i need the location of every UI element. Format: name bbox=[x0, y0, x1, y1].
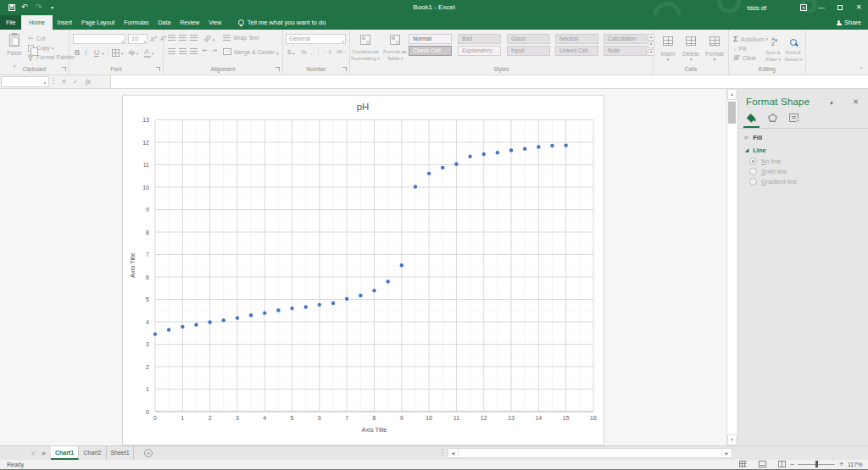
tab-page-layout[interactable]: Page Layout bbox=[76, 15, 119, 30]
scroll-left-button[interactable]: ◀ bbox=[448, 449, 459, 457]
size-properties-icon[interactable] bbox=[789, 113, 798, 122]
merge-center-button[interactable]: Merge & Center bbox=[234, 49, 275, 55]
font-size-combo[interactable]: 10▾ bbox=[128, 34, 147, 44]
zoom-percentage[interactable]: 117% bbox=[848, 460, 862, 469]
horizontal-scrollbar[interactable]: ◀ ▶ bbox=[448, 448, 732, 458]
format-as-table-button[interactable]: Format as Table ▾ bbox=[381, 33, 409, 62]
tab-formulas[interactable]: Formulas bbox=[120, 15, 153, 30]
zoom-out-icon[interactable]: − bbox=[790, 460, 794, 468]
scroll-down-button[interactable]: ▼ bbox=[727, 434, 737, 445]
clipboard-dialog-launcher[interactable] bbox=[62, 67, 66, 71]
vertical-scrollbar[interactable]: ▲ ▼ bbox=[726, 89, 737, 445]
italic-button[interactable]: I bbox=[85, 47, 86, 58]
style-explanatory[interactable]: Explanatory ... bbox=[458, 46, 501, 56]
fill-section-header[interactable]: ▷Fill bbox=[745, 134, 762, 141]
format-painter-button[interactable]: Format Painter bbox=[28, 53, 75, 61]
enter-icon[interactable]: ✓ bbox=[73, 75, 79, 88]
cut-button[interactable]: ✂ Cut bbox=[28, 35, 45, 42]
font-color-icon[interactable]: A bbox=[144, 48, 149, 56]
chart-object[interactable]: 0123456789101112131415160123456789101112… bbox=[122, 95, 604, 445]
font-dialog-launcher[interactable] bbox=[156, 67, 160, 71]
tab-review[interactable]: Review bbox=[175, 15, 204, 30]
number-dialog-launcher[interactable] bbox=[342, 67, 347, 71]
paste-button[interactable]: Paste ▾ bbox=[3, 33, 25, 70]
radio-solid-line[interactable]: Solid line bbox=[749, 168, 787, 175]
pane-close-icon[interactable]: ✕ bbox=[853, 97, 859, 106]
orientation-icon[interactable]: ab bbox=[202, 33, 213, 44]
style-calculation[interactable]: Calculation bbox=[604, 34, 647, 44]
increase-decimal-icon[interactable]: ←.0 bbox=[323, 49, 331, 54]
underline-button[interactable]: U bbox=[94, 47, 99, 58]
page-break-view-icon[interactable] bbox=[778, 461, 786, 467]
sheet-tab-chart1[interactable]: Chart1 bbox=[51, 446, 79, 460]
align-bottom-icon[interactable] bbox=[190, 35, 198, 41]
borders-caret[interactable]: ▾ bbox=[121, 51, 124, 56]
clear-button[interactable]: Clear bbox=[733, 53, 756, 62]
increase-indent-icon[interactable]: ⇥ bbox=[212, 47, 217, 54]
fill-color-caret[interactable]: ▾ bbox=[136, 51, 139, 56]
insert-function-icon[interactable]: fx bbox=[86, 75, 91, 88]
tab-view[interactable]: View bbox=[204, 15, 226, 30]
fill-button[interactable]: ↓ Fill bbox=[733, 44, 746, 53]
bold-button[interactable]: B bbox=[75, 47, 80, 58]
zoom-slider-thumb[interactable] bbox=[815, 461, 818, 467]
decrease-decimal-icon[interactable]: .00→ bbox=[336, 49, 346, 54]
style-good[interactable]: Good bbox=[507, 34, 550, 44]
sheet-nav-left-icon[interactable]: ◀ bbox=[31, 446, 35, 460]
name-box[interactable]: ▾ bbox=[1, 76, 49, 87]
comma-style-button[interactable]: , bbox=[310, 47, 312, 58]
borders-icon[interactable] bbox=[112, 49, 120, 57]
ribbon-display-options-button[interactable]: ▾ bbox=[793, 0, 812, 15]
align-left-icon[interactable] bbox=[168, 48, 175, 55]
font-name-combo[interactable]: ▾ bbox=[73, 34, 125, 44]
style-input[interactable]: Input bbox=[507, 46, 550, 56]
delete-cells-button[interactable]: Delete ▾ bbox=[680, 34, 702, 62]
vertical-scroll-thumb[interactable] bbox=[728, 102, 736, 124]
wrap-text-button[interactable]: Wrap Text bbox=[233, 35, 259, 41]
tab-file[interactable]: File bbox=[0, 15, 21, 30]
cancel-icon[interactable]: ✕ bbox=[61, 75, 67, 88]
share-button[interactable]: Share bbox=[837, 15, 861, 30]
style-note[interactable]: Note bbox=[604, 46, 647, 56]
tab-insert[interactable]: Insert bbox=[53, 15, 77, 30]
maximize-button[interactable] bbox=[831, 0, 849, 15]
radio-gradient-line[interactable]: Gradient line bbox=[749, 178, 798, 185]
page-layout-view-icon[interactable] bbox=[759, 461, 766, 467]
format-cells-button[interactable]: Format ▾ bbox=[704, 34, 726, 62]
find-select-button[interactable]: Find & Select ▾ bbox=[781, 34, 806, 63]
sheet-nav-right-icon[interactable]: ▶ bbox=[42, 446, 47, 460]
scroll-right-button[interactable]: ▶ bbox=[721, 449, 732, 457]
copy-button[interactable]: Copy ▾ bbox=[28, 44, 53, 52]
align-center-icon[interactable] bbox=[179, 48, 186, 55]
formula-input[interactable] bbox=[110, 75, 868, 88]
alignment-dialog-launcher[interactable] bbox=[275, 67, 280, 71]
hscroll-grip[interactable] bbox=[442, 450, 443, 457]
style-normal[interactable]: Normal bbox=[409, 34, 452, 44]
font-color-caret[interactable]: ▾ bbox=[152, 51, 154, 56]
new-sheet-button[interactable]: + bbox=[144, 449, 153, 457]
minimize-button[interactable]: — bbox=[812, 0, 831, 15]
fill-line-icon[interactable] bbox=[747, 113, 756, 122]
tell-me-box[interactable]: Tell me what you want to do bbox=[238, 15, 326, 30]
fill-color-icon[interactable] bbox=[128, 50, 136, 56]
style-check-cell[interactable]: Check Cell bbox=[409, 46, 452, 56]
close-button[interactable]: ✕ bbox=[849, 0, 868, 15]
zoom-in-icon[interactable]: + bbox=[839, 460, 843, 468]
align-top-icon[interactable] bbox=[168, 35, 175, 41]
align-right-icon[interactable] bbox=[190, 48, 198, 55]
tab-data[interactable]: Data bbox=[153, 15, 175, 30]
style-neutral[interactable]: Neutral bbox=[555, 34, 598, 44]
normal-view-icon[interactable] bbox=[739, 461, 747, 467]
grow-font-button[interactable]: A▴ bbox=[150, 34, 157, 43]
collapse-ribbon-icon[interactable]: ⌃ bbox=[859, 66, 864, 73]
sheet-tab-chart2[interactable]: Chart2 bbox=[79, 446, 107, 460]
sheet-tab-sheet1[interactable]: Sheet1 bbox=[107, 446, 134, 460]
tab-home[interactable]: Home bbox=[21, 15, 53, 30]
number-format-combo[interactable]: General▾ bbox=[286, 34, 346, 44]
underline-caret[interactable]: ▾ bbox=[102, 51, 104, 56]
scroll-up-button[interactable]: ▲ bbox=[727, 89, 737, 100]
pane-options-caret[interactable]: ▼ bbox=[829, 101, 834, 106]
align-middle-icon[interactable] bbox=[179, 35, 186, 41]
insert-cells-button[interactable]: Insert ▾ bbox=[657, 34, 679, 62]
effects-icon[interactable] bbox=[768, 113, 777, 122]
